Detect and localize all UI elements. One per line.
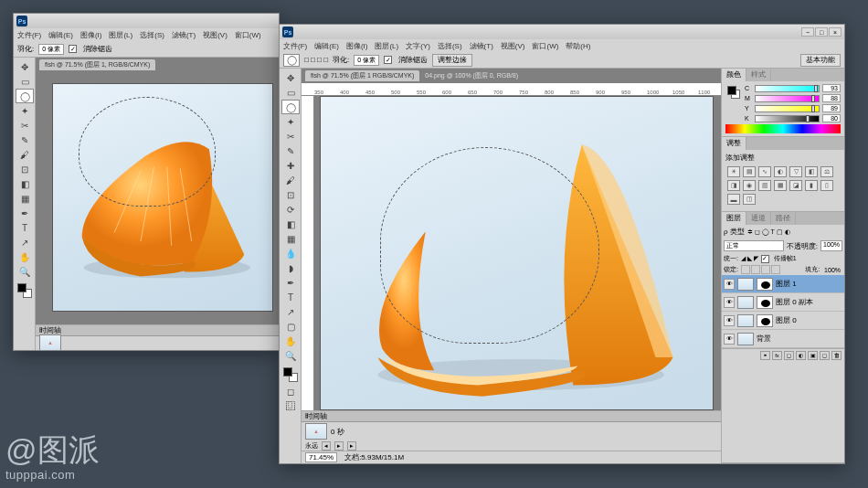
close-button[interactable]: × [829, 27, 842, 37]
color-tab[interactable]: 颜色 [722, 69, 746, 81]
layer-name-label[interactable]: 图层 0 副本 [776, 297, 813, 307]
eyedropper-tool[interactable]: ✎ [16, 133, 34, 147]
quickmask-toggle[interactable]: ◻ [281, 384, 300, 398]
adj-posterize-icon[interactable]: ▮ [805, 180, 818, 191]
mask-thumbnail[interactable] [757, 278, 773, 291]
adj-lookup-icon[interactable]: ▦ [774, 180, 787, 191]
adj-vibrance-icon[interactable]: ▽ [789, 166, 802, 177]
layers-tab[interactable]: 图层 [722, 212, 746, 225]
menu-view[interactable]: 视图(V) [203, 30, 228, 40]
adjustments-tab[interactable]: 调整 [722, 137, 746, 150]
color-swatch[interactable] [725, 84, 742, 101]
visibility-toggle-icon[interactable]: 👁 [724, 279, 735, 290]
channel-value-input[interactable]: 88 [822, 94, 841, 102]
frame-thumbnail[interactable]: ▲ [305, 423, 327, 440]
zoom-input[interactable]: 71.45% [305, 452, 337, 462]
menu-image[interactable]: 图像(I) [346, 41, 368, 51]
color-slider[interactable] [755, 105, 820, 112]
layer-fx-button[interactable]: fx [772, 351, 782, 360]
channels-tab[interactable]: 通道 [746, 212, 771, 225]
menu-filter[interactable]: 滤镜(T) [172, 30, 196, 40]
wand-tool[interactable]: ✦ [16, 103, 34, 118]
titlebar[interactable]: Ps [14, 14, 279, 28]
eraser-tool[interactable]: ◧ [16, 176, 34, 191]
channel-value-input[interactable]: 89 [822, 104, 841, 112]
lasso-tool[interactable]: ◯ [281, 100, 300, 114]
channel-value-input[interactable]: 80 [822, 114, 841, 122]
refine-edge-button[interactable]: 调整边缘 [432, 54, 472, 67]
document-tab[interactable]: fish @ 71.5% (图层 1, RGB/8/CMYK) [39, 59, 155, 70]
menu-layer[interactable]: 图层(L) [109, 30, 132, 40]
layer-item[interactable]: 👁图层 1 [722, 275, 844, 293]
frame-duration[interactable]: 0 秒 [331, 427, 344, 437]
layer-thumbnail[interactable] [737, 333, 754, 345]
blur-tool[interactable]: 💧 [281, 246, 300, 260]
spectrum-bar[interactable] [725, 124, 841, 133]
menu-layer[interactable]: 图层(L) [375, 41, 398, 51]
channel-value-input[interactable]: 93 [822, 84, 841, 92]
type-tool[interactable]: T [16, 220, 34, 235]
menu-image[interactable]: 图像(I) [80, 30, 102, 40]
hand-tool[interactable]: ✋ [281, 334, 300, 348]
workspace-dropdown[interactable]: 基本功能 [800, 54, 841, 67]
pen-tool[interactable]: ✒ [281, 275, 300, 290]
marquee-tool[interactable]: ▭ [16, 74, 34, 89]
lasso-tool[interactable]: ◯ [16, 89, 34, 103]
propagate-checkbox[interactable]: ✓ [761, 255, 769, 263]
brush-tool[interactable]: 🖌 [281, 173, 300, 187]
swatches-tab[interactable]: 样式 [746, 69, 771, 81]
adj-threshold-icon[interactable]: ▯ [820, 180, 833, 191]
crop-tool[interactable]: ✂ [16, 118, 34, 133]
brush-tool[interactable]: 🖌 [16, 147, 34, 162]
visibility-toggle-icon[interactable]: 👁 [724, 315, 735, 326]
next-frame-button[interactable]: ▸ [347, 441, 356, 451]
layer-thumbnail[interactable] [737, 296, 754, 309]
delete-layer-button[interactable]: 🗑 [831, 351, 842, 360]
zoom-tool[interactable]: 🔍 [16, 264, 34, 279]
fill-input[interactable]: 100% [822, 267, 842, 273]
adj-invert-icon[interactable]: ◪ [789, 180, 802, 191]
move-tool[interactable]: ✥ [281, 70, 300, 85]
frame-thumbnail[interactable]: ▲ [39, 334, 61, 350]
adj-gradient-map-icon[interactable]: ▬ [727, 194, 740, 205]
adj-photo-filter-icon[interactable]: ◉ [743, 180, 756, 191]
menu-select[interactable]: 选择(S) [140, 30, 164, 40]
menu-edit[interactable]: 编辑(E) [48, 30, 73, 40]
layer-item[interactable]: 👁背景 [722, 330, 844, 348]
adj-balance-icon[interactable]: ⚖ [820, 166, 833, 177]
gradient-tool[interactable]: ▦ [281, 231, 300, 246]
mask-thumbnail[interactable] [757, 314, 773, 327]
antialias-checkbox[interactable]: ✓ [69, 45, 77, 53]
document-tab-1[interactable]: fish @ 71.5% (图层 1 RGB/8/CMYK) [305, 70, 419, 81]
menu-window[interactable]: 窗口(W) [532, 41, 558, 51]
feather-input[interactable]: 0 像素 [38, 44, 64, 55]
fg-bg-swatch[interactable] [16, 281, 34, 300]
type-tool[interactable]: T [281, 290, 300, 304]
menu-type[interactable]: 文字(Y) [406, 41, 430, 51]
opacity-input[interactable]: 100% [820, 240, 842, 251]
path-tool[interactable]: ↗ [16, 235, 34, 249]
visibility-toggle-icon[interactable]: 👁 [724, 297, 735, 308]
color-slider[interactable] [755, 85, 820, 92]
paths-tab[interactable]: 路径 [771, 212, 796, 225]
layer-thumbnail[interactable] [737, 314, 754, 327]
adj-selective-icon[interactable]: ◫ [743, 194, 756, 205]
screenmode-toggle[interactable]: ⿶ [281, 398, 300, 413]
lock-all-icon[interactable] [771, 265, 780, 274]
hand-tool[interactable]: ✋ [16, 249, 34, 264]
adj-bw-icon[interactable]: ◨ [727, 180, 740, 191]
eyedropper-tool[interactable]: ✎ [281, 143, 300, 158]
adj-hue-icon[interactable]: ◧ [805, 166, 818, 177]
layer-name-label[interactable]: 图层 1 [776, 279, 797, 289]
new-group-button[interactable]: ▣ [808, 351, 818, 360]
marquee-tool[interactable]: ▭ [281, 85, 300, 100]
blend-mode-select[interactable]: 正常 [724, 240, 784, 251]
pen-tool[interactable]: ✒ [16, 206, 34, 220]
menu-select[interactable]: 选择(S) [438, 41, 462, 51]
adj-curves-icon[interactable]: ∿ [758, 166, 771, 177]
layer-item[interactable]: 👁图层 0 [722, 312, 844, 330]
current-tool-icon[interactable]: ◯ [283, 54, 300, 67]
feather-input[interactable]: 0 像素 [354, 55, 379, 66]
history-brush-tool[interactable]: ⟳ [281, 202, 300, 217]
titlebar[interactable]: Ps − □ × [280, 25, 844, 39]
